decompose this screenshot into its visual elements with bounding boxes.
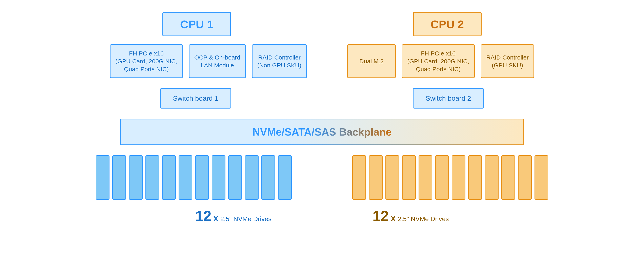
cpu2-cards-group: Dual M.2 FH PCIe x16(GPU Card, 200G NIC,… [347, 44, 534, 78]
switchboard1-label: Switch board 1 [173, 94, 218, 102]
dual-m2-card: Dual M.2 [347, 44, 396, 78]
switchboard2-box: Switch board 2 [413, 88, 484, 109]
switchboard2-label: Switch board 2 [426, 94, 471, 102]
drive-right-7 [452, 155, 466, 200]
drive-left-1 [96, 155, 110, 200]
drives-row [96, 155, 548, 200]
drive-right-5 [418, 155, 432, 200]
drive-right-6 [435, 155, 449, 200]
drive-size-left: 2.5" NVMe Drives [220, 215, 272, 223]
drive-x-right: x [391, 213, 396, 223]
drive-right-12 [534, 155, 548, 200]
cpu2-box: CPU 2 [413, 12, 482, 36]
drive-count-left: 12 [195, 208, 211, 224]
cpu2-label: CPU 2 [431, 18, 464, 31]
drive-left-8 [212, 155, 226, 200]
fh-pcie-x16-1-label: FH PCIe x16(GPU Card, 200G NIC,Quad Port… [115, 49, 177, 73]
drive-label-right: 12 x 2.5" NVMe Drives [372, 208, 449, 224]
drive-right-4 [402, 155, 416, 200]
drive-right-9 [485, 155, 498, 200]
cpu1-cards-group: FH PCIe x16(GPU Card, 200G NIC,Quad Port… [110, 44, 307, 78]
raid-gpu-card: RAID Controller(GPU SKU) [481, 44, 534, 78]
drive-left-2 [112, 155, 126, 200]
drive-left-6 [178, 155, 192, 200]
drive-left-12 [278, 155, 292, 200]
drive-x-left: x [213, 213, 218, 223]
drive-left-10 [245, 155, 258, 200]
ocp-onboard-card: OCP & On-boardLAN Module [189, 44, 246, 78]
cpu1-label: CPU 1 [180, 18, 214, 31]
backplane-row: NVMe/SATA/SAS Backplane [120, 119, 524, 145]
raid-non-gpu-label: RAID Controller(Non GPU SKU) [257, 53, 302, 69]
cpu-row: CPU 1 CPU 2 [162, 12, 482, 36]
drives-group-left [96, 155, 292, 200]
fh-pcie-x16-card-1: FH PCIe x16(GPU Card, 200G NIC,Quad Port… [110, 44, 183, 78]
drive-right-8 [468, 155, 482, 200]
fh-pcie-x16-card-2: FH PCIe x16(GPU Card, 200G NIC,Quad Port… [402, 44, 475, 78]
raid-non-gpu-card: RAID Controller(Non GPU SKU) [252, 44, 307, 78]
switchboard1-box: Switch board 1 [160, 88, 231, 109]
drive-right-2 [369, 155, 382, 200]
fh-pcie-x16-2-label: FH PCIe x16(GPU Card, 200G NIC,Quad Port… [407, 49, 469, 73]
drive-right-10 [502, 155, 515, 200]
drive-left-9 [228, 155, 242, 200]
drive-count-right: 12 [372, 208, 389, 224]
backplane-box: NVMe/SATA/SAS Backplane [120, 119, 524, 145]
drive-right-3 [386, 155, 399, 200]
drive-left-4 [146, 155, 159, 200]
drive-label-left: 12 x 2.5" NVMe Drives [195, 208, 272, 224]
dual-m2-label: Dual M.2 [359, 57, 384, 65]
raid-gpu-label: RAID Controller(GPU SKU) [486, 53, 529, 69]
drive-right-1 [352, 155, 366, 200]
main-diagram: CPU 1 CPU 2 FH PCIe x16(GPU Card, 200G N… [0, 0, 644, 257]
drive-left-11 [262, 155, 275, 200]
cards-section: FH PCIe x16(GPU Card, 200G NIC,Quad Port… [20, 44, 624, 78]
drive-labels-row: 12 x 2.5" NVMe Drives 12 x 2.5" NVMe Dri… [195, 208, 449, 224]
drive-left-5 [162, 155, 176, 200]
drive-size-right: 2.5" NVMe Drives [398, 215, 449, 223]
drive-left-3 [129, 155, 142, 200]
switch-row: Switch board 1 Switch board 2 [160, 88, 484, 109]
ocp-onboard-label: OCP & On-boardLAN Module [194, 53, 240, 69]
backplane-label: NVMe/SATA/SAS Backplane [252, 126, 392, 138]
drive-left-7 [195, 155, 209, 200]
drive-right-11 [518, 155, 532, 200]
drives-group-right [352, 155, 548, 200]
cpu1-box: CPU 1 [162, 12, 231, 36]
